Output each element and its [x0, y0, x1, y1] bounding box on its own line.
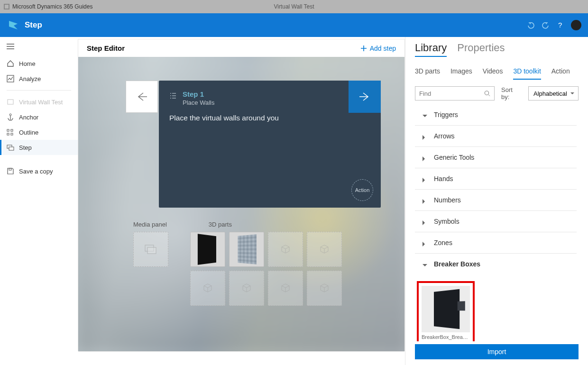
chevron-right-icon — [423, 219, 427, 227]
search-input-wrap[interactable] — [415, 86, 495, 100]
part-slot-7[interactable] — [268, 271, 303, 306]
steps-list-icon — [169, 92, 177, 100]
subtab-images[interactable]: Images — [450, 67, 472, 80]
subtab-3d-parts[interactable]: 3D parts — [415, 67, 440, 80]
part-slot-3[interactable] — [268, 232, 303, 267]
asset-thumb — [422, 286, 470, 332]
action-slot[interactable]: Action — [351, 179, 373, 201]
sidebar-item-label: Step — [19, 144, 32, 151]
app-header: Step ? — [0, 13, 588, 37]
sidebar: Home Analyze Virtual Wall Test Anchor Ou… — [0, 37, 78, 365]
svg-rect-9 — [11, 133, 13, 135]
svg-rect-7 — [7, 133, 9, 135]
sidebar-item-outline[interactable]: Outline — [0, 125, 78, 140]
tab-library[interactable]: Library — [415, 42, 447, 57]
category-hands[interactable]: Hands — [415, 168, 577, 190]
category-numbers[interactable]: Numbers — [415, 190, 577, 211]
asset-label: BreakerBox_Breaker_... — [422, 332, 470, 340]
subtab-videos[interactable]: Videos — [483, 67, 503, 80]
part-slot-6[interactable] — [229, 271, 264, 306]
part-slot-1[interactable] — [190, 232, 225, 267]
category-generic-tools[interactable]: Generic Tools — [415, 147, 577, 168]
search-icon — [484, 90, 490, 97]
step-instruction[interactable]: Place the virtual walls around you — [169, 114, 370, 122]
outline-icon — [7, 128, 14, 136]
redo-icon[interactable] — [542, 21, 549, 29]
import-button[interactable]: Import — [415, 344, 579, 359]
add-step-button[interactable]: Add step — [360, 45, 396, 52]
category-triggers[interactable]: Triggers — [415, 104, 577, 126]
add-step-label: Add step — [370, 45, 396, 52]
search-input[interactable] — [419, 90, 484, 97]
part-slot-4[interactable] — [307, 232, 342, 267]
chevron-right-icon — [423, 176, 427, 184]
asset-breakerbox[interactable]: BreakerBox_Breaker_... — [417, 281, 475, 341]
parts-panel-label: 3D parts — [209, 218, 232, 232]
save-icon — [7, 167, 14, 175]
plus-icon — [360, 45, 367, 52]
guide-icon — [7, 98, 14, 106]
category-zones[interactable]: Zones — [415, 232, 577, 254]
chevron-right-icon — [423, 198, 427, 205]
svg-point-5 — [9, 114, 11, 116]
sidebar-item-label: Anchor — [19, 114, 38, 121]
part-thumb — [198, 234, 216, 265]
user-avatar[interactable] — [571, 20, 581, 30]
chevron-down-icon — [423, 112, 427, 120]
sidebar-item-step[interactable]: Step — [0, 140, 78, 155]
tab-properties[interactable]: Properties — [457, 42, 505, 54]
home-icon — [7, 60, 14, 67]
step-icon — [7, 144, 14, 151]
part-slot-5[interactable] — [190, 271, 225, 306]
next-step-button[interactable] — [349, 81, 381, 113]
sidebar-item-label: Analyze — [19, 75, 41, 82]
help-icon[interactable]: ? — [556, 21, 564, 29]
hamburger-icon — [7, 44, 14, 49]
sidebar-item-save-copy[interactable]: Save a copy — [0, 164, 78, 179]
sidebar-item-label: Save a copy — [19, 168, 53, 175]
page-title: Step — [25, 20, 42, 30]
sidebar-item-guide[interactable]: Virtual Wall Test — [0, 94, 78, 110]
svg-rect-14 — [147, 247, 156, 254]
category-breaker-boxes[interactable]: Breaker Boxes — [415, 254, 577, 274]
svg-rect-8 — [11, 129, 13, 131]
sidebar-item-home[interactable]: Home — [0, 56, 78, 71]
part-thumb — [238, 234, 257, 265]
chevron-right-icon — [423, 134, 427, 141]
category-symbols[interactable]: Symbols — [415, 211, 577, 232]
part-slot-8[interactable] — [307, 271, 342, 306]
sidebar-item-anchor[interactable]: Anchor — [0, 110, 78, 125]
step-editor-card: Step Editor Add step — [78, 39, 405, 352]
cube-icon — [280, 244, 291, 255]
chevron-right-icon — [423, 240, 427, 248]
svg-rect-6 — [7, 129, 9, 131]
media-icon — [145, 245, 157, 254]
prev-step-button[interactable] — [126, 81, 158, 113]
sidebar-item-label: Home — [19, 60, 36, 67]
sidebar-item-label: Virtual Wall Test — [19, 99, 63, 106]
media-slot[interactable] — [133, 232, 168, 267]
media-panel-label: Media panel — [133, 218, 167, 232]
category-arrows[interactable]: Arrows — [415, 126, 577, 147]
undo-icon[interactable] — [527, 21, 535, 29]
subtab-action[interactable]: Action — [551, 67, 570, 80]
editor-canvas: Step 1 Place Walls Place the virtual wal… — [78, 57, 404, 351]
svg-rect-1 — [5, 5, 9, 9]
svg-text:?: ? — [558, 21, 562, 29]
cube-icon — [319, 283, 330, 293]
subtab-3d-toolkit[interactable]: 3D toolkit — [513, 67, 541, 80]
sort-by-label: Sort by: — [501, 86, 522, 100]
titlebar-app-name: Microsoft Dynamics 365 Guides — [12, 3, 92, 10]
svg-rect-11 — [9, 147, 14, 150]
cube-icon — [241, 283, 252, 293]
sidebar-item-analyze[interactable]: Analyze — [0, 71, 78, 86]
step-card[interactable]: Step 1 Place Walls Place the virtual wal… — [159, 81, 381, 208]
sort-select[interactable]: Alphabetical — [528, 86, 579, 100]
cube-icon — [319, 244, 330, 255]
library-scroll[interactable]: Triggers Arrows Generic Tools Hands Numb… — [415, 104, 579, 341]
titlebar-app: Microsoft Dynamics 365 Guides — [4, 3, 92, 10]
sidebar-toggle[interactable] — [0, 42, 78, 56]
editor-title: Step Editor — [87, 44, 125, 52]
part-slot-2[interactable] — [229, 232, 264, 267]
analyze-icon — [7, 75, 14, 82]
